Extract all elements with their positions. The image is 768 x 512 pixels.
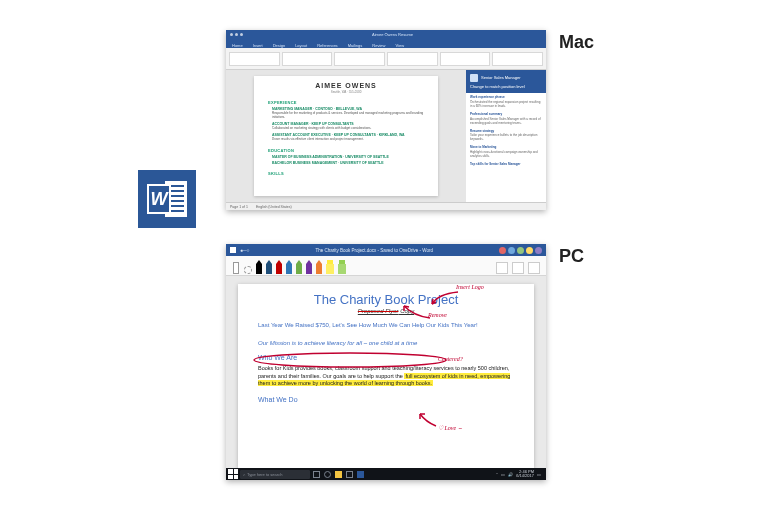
avatar[interactable]: [535, 247, 542, 254]
ribbon-group[interactable]: [440, 52, 491, 66]
suggestion-item[interactable]: Resume strategyTailor your experience bu…: [470, 130, 542, 143]
ribbon-group[interactable]: [387, 52, 438, 66]
start-button[interactable]: [228, 469, 238, 479]
ink-text-centered: Centered?: [438, 356, 463, 362]
pc-draw-ribbon[interactable]: [226, 256, 546, 276]
avatar[interactable]: [508, 247, 515, 254]
word-app-icon: W: [138, 170, 196, 228]
side-pane-persona: Senior Sales Manager: [481, 75, 521, 80]
word-mac-window: Aimee Owens Resume Home Insert Design La…: [226, 30, 546, 210]
tray-network-icon[interactable]: ▭: [501, 472, 505, 477]
ink-to-math[interactable]: [512, 262, 524, 274]
experience-desc: Responsible for the marketing of product…: [272, 112, 424, 120]
side-pane-footer: Top skills for Senior Sales Manager: [470, 163, 542, 167]
suggestion-item[interactable]: Move to MarketingHighlight cross-functio…: [470, 146, 542, 159]
store-icon[interactable]: [345, 470, 354, 479]
doc-mission: Our Mission is to achieve literacy for a…: [258, 340, 417, 346]
section-experience: EXPERIENCE: [268, 100, 424, 105]
subtitle-struck: Proposed Flyer: [358, 308, 399, 314]
pc-document[interactable]: The Charity Book Project Proposed Flyer …: [238, 284, 534, 468]
pen-navy[interactable]: [266, 260, 272, 274]
status-page: Page 1 of 1: [230, 205, 248, 209]
suggestion-item[interactable]: Professional summaryAccomplished Senior …: [470, 113, 542, 126]
side-pane-sub: Change to match position level: [470, 84, 542, 89]
section-education: EDUCATION: [268, 148, 424, 153]
education-item: BACHELOR BUSINESS MANAGEMENT · UNIVERSIT…: [272, 161, 424, 165]
pen-black[interactable]: [256, 260, 262, 274]
pen-purple[interactable]: [306, 260, 312, 274]
avatar: [470, 74, 478, 82]
ink-arrow-love: [416, 412, 440, 430]
ribbon-group[interactable]: [492, 52, 543, 66]
ink-text-remove: Remove: [428, 312, 447, 318]
experience-item: ASSISTANT ACCOUNT EXECUTIVE · KEEP UP CO…: [272, 133, 424, 142]
mac-canvas[interactable]: AIMEE OWENS Seattle, WA · 555-0100 EXPER…: [226, 70, 466, 202]
pen-blue[interactable]: [286, 260, 292, 274]
word-pc-window: ●─○ The Charity Book Project.docx - Save…: [226, 244, 546, 480]
section-skills: SKILLS: [268, 171, 424, 176]
pc-canvas[interactable]: The Charity Book Project Proposed Flyer …: [226, 276, 546, 468]
ink-to-shape[interactable]: [496, 262, 508, 274]
status-lang: English (United States): [256, 205, 292, 209]
eraser-tool[interactable]: [232, 260, 240, 274]
experience-desc: Drove results via effective client inter…: [272, 138, 424, 142]
mac-document[interactable]: AIMEE OWENS Seattle, WA · 555-0100 EXPER…: [254, 76, 438, 196]
experience-item: ACCOUNT MANAGER · KEEP UP CONSULTANTS Co…: [272, 122, 424, 131]
education-role: BACHELOR BUSINESS MANAGEMENT · UNIVERSIT…: [272, 161, 424, 165]
doc-heading: What We Do: [258, 396, 514, 403]
resume-contact: Seattle, WA · 555-0100: [268, 90, 424, 94]
doc-title: The Charity Book Project: [258, 292, 514, 307]
autosave-toggle[interactable]: ●─○: [240, 247, 250, 253]
taskview-icon[interactable]: [312, 470, 321, 479]
ink-text-insert-logo: Insert Logo: [456, 284, 484, 290]
doc-subtitle: Proposed Flyer Copy: [258, 308, 514, 314]
taskbar-search[interactable]: ⌕ Type here to search: [240, 470, 310, 479]
mac-zoom-icon[interactable]: [240, 33, 243, 36]
mac-minimize-icon[interactable]: [235, 33, 238, 36]
mac-side-pane[interactable]: Senior Sales Manager Change to match pos…: [466, 70, 546, 202]
search-placeholder: Type here to search: [247, 472, 282, 477]
explorer-icon[interactable]: [334, 470, 343, 479]
mac-titlebar: Aimee Owens Resume: [226, 30, 546, 39]
pen-red[interactable]: [276, 260, 282, 274]
ribbon-group[interactable]: [334, 52, 385, 66]
pc-label: PC: [559, 246, 584, 267]
ribbon-group[interactable]: [229, 52, 280, 66]
word-taskbar-icon[interactable]: [356, 470, 365, 479]
education-item: MASTER OF BUSINESS ADMINISTRATION · UNIV…: [272, 155, 424, 159]
mac-close-icon[interactable]: [230, 33, 233, 36]
tray-chevron-icon[interactable]: ˄: [496, 472, 498, 477]
mac-label: Mac: [559, 32, 594, 53]
side-pane-body[interactable]: Work experience phraseOrchestrated the r…: [466, 93, 546, 202]
tray-volume-icon[interactable]: 🔊: [508, 472, 513, 477]
word-icon: [230, 247, 236, 253]
subtitle-rest: Copy: [399, 308, 415, 314]
ribbon-group[interactable]: [282, 52, 333, 66]
taskbar-tray[interactable]: ˄ ▭ 🔊 2:46 PM6/14/2017 ▭: [496, 470, 544, 478]
resume-name: AIMEE OWENS: [268, 82, 424, 89]
pen-green[interactable]: [296, 260, 302, 274]
pc-titlebar: ●─○ The Charity Book Project.docx - Save…: [226, 244, 546, 256]
avatar[interactable]: [517, 247, 524, 254]
doc-line: Last Year We Raised $750, Let's See How …: [258, 322, 514, 328]
avatar[interactable]: [499, 247, 506, 254]
mac-ribbon[interactable]: [226, 48, 546, 70]
highlighter-yellow[interactable]: [326, 260, 334, 274]
avatar[interactable]: [526, 247, 533, 254]
tray-clock[interactable]: 2:46 PM6/14/2017: [516, 470, 534, 478]
edge-icon[interactable]: [323, 470, 332, 479]
pen-orange[interactable]: [316, 260, 322, 274]
side-pane-user: Senior Sales Manager: [470, 74, 542, 82]
mac-ribbon-tabs[interactable]: Home Insert Design Layout References Mai…: [226, 39, 546, 48]
pc-taskbar[interactable]: ⌕ Type here to search ˄ ▭ 🔊 2:46 PM6/14/…: [226, 468, 546, 480]
highlighter-green[interactable]: [338, 260, 346, 274]
suggestion-item[interactable]: Work experience phraseOrchestrated the r…: [470, 96, 542, 109]
side-pane-header: Senior Sales Manager Change to match pos…: [466, 70, 546, 93]
mac-status-bar: Page 1 of 1 English (United States): [226, 202, 546, 210]
mac-window-controls[interactable]: [230, 33, 243, 36]
action-center-icon[interactable]: ▭: [537, 472, 541, 477]
lasso-tool[interactable]: [244, 260, 252, 274]
ink-replay[interactable]: [528, 262, 540, 274]
doc-body: Books for Kids provides books, classroom…: [258, 365, 514, 388]
coauthor-avatars[interactable]: [499, 247, 542, 254]
